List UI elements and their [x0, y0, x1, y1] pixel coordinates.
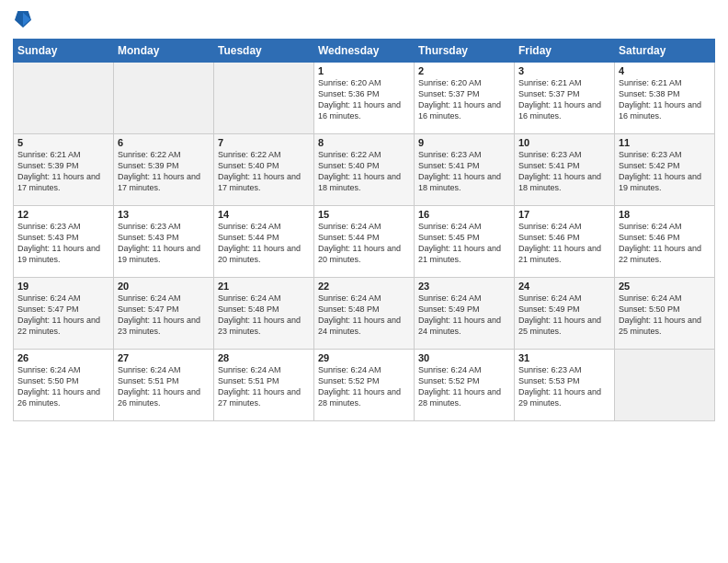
cell-content: Sunrise: 6:23 AM Sunset: 5:43 PM Dayligh… — [17, 221, 109, 266]
calendar-cell: 8Sunrise: 6:22 AM Sunset: 5:40 PM Daylig… — [314, 134, 415, 206]
page: SundayMondayTuesdayWednesdayThursdayFrid… — [0, 0, 728, 563]
calendar-cell — [615, 350, 715, 421]
calendar-cell: 21Sunrise: 6:24 AM Sunset: 5:48 PM Dayli… — [214, 278, 314, 350]
cell-content: Sunrise: 6:24 AM Sunset: 5:52 PM Dayligh… — [418, 364, 510, 409]
calendar-body: 1Sunrise: 6:20 AM Sunset: 5:36 PM Daylig… — [14, 63, 715, 421]
day-number: 7 — [218, 137, 310, 148]
day-number: 11 — [619, 137, 711, 148]
day-number: 4 — [619, 65, 711, 76]
cell-content: Sunrise: 6:23 AM Sunset: 5:53 PM Dayligh… — [518, 364, 610, 409]
calendar-cell — [14, 63, 114, 134]
calendar-cell: 12Sunrise: 6:23 AM Sunset: 5:43 PM Dayli… — [14, 206, 114, 278]
logo — [13, 9, 31, 33]
day-number: 8 — [318, 137, 410, 148]
cell-content: Sunrise: 6:23 AM Sunset: 5:42 PM Dayligh… — [619, 149, 711, 194]
calendar-week-1: 1Sunrise: 6:20 AM Sunset: 5:36 PM Daylig… — [14, 63, 715, 134]
calendar-cell: 29Sunrise: 6:24 AM Sunset: 5:52 PM Dayli… — [314, 350, 415, 421]
calendar-cell: 7Sunrise: 6:22 AM Sunset: 5:40 PM Daylig… — [214, 134, 314, 206]
cell-content: Sunrise: 6:24 AM Sunset: 5:50 PM Dayligh… — [619, 293, 711, 338]
calendar-cell: 20Sunrise: 6:24 AM Sunset: 5:47 PM Dayli… — [114, 278, 214, 350]
calendar-cell: 30Sunrise: 6:24 AM Sunset: 5:52 PM Dayli… — [415, 350, 515, 421]
calendar-cell: 2Sunrise: 6:20 AM Sunset: 5:37 PM Daylig… — [415, 63, 515, 134]
calendar-cell: 17Sunrise: 6:24 AM Sunset: 5:46 PM Dayli… — [515, 206, 615, 278]
day-number: 10 — [518, 137, 610, 148]
day-number: 2 — [418, 65, 510, 76]
day-number: 24 — [518, 281, 610, 292]
calendar-cell: 10Sunrise: 6:23 AM Sunset: 5:41 PM Dayli… — [515, 134, 615, 206]
cell-content: Sunrise: 6:24 AM Sunset: 5:47 PM Dayligh… — [118, 293, 210, 338]
calendar-cell: 16Sunrise: 6:24 AM Sunset: 5:45 PM Dayli… — [415, 206, 515, 278]
weekday-header-tuesday: Tuesday — [214, 40, 314, 63]
day-number: 23 — [418, 281, 510, 292]
calendar-cell: 24Sunrise: 6:24 AM Sunset: 5:49 PM Dayli… — [515, 278, 615, 350]
weekday-header-wednesday: Wednesday — [314, 40, 415, 63]
cell-content: Sunrise: 6:24 AM Sunset: 5:51 PM Dayligh… — [118, 364, 210, 409]
calendar-cell: 6Sunrise: 6:22 AM Sunset: 5:39 PM Daylig… — [114, 134, 214, 206]
calendar-cell: 25Sunrise: 6:24 AM Sunset: 5:50 PM Dayli… — [615, 278, 715, 350]
calendar-cell: 14Sunrise: 6:24 AM Sunset: 5:44 PM Dayli… — [214, 206, 314, 278]
calendar-cell: 11Sunrise: 6:23 AM Sunset: 5:42 PM Dayli… — [615, 134, 715, 206]
calendar-cell: 26Sunrise: 6:24 AM Sunset: 5:50 PM Dayli… — [14, 350, 114, 421]
day-number: 13 — [118, 209, 210, 220]
day-number: 6 — [118, 137, 210, 148]
cell-content: Sunrise: 6:23 AM Sunset: 5:43 PM Dayligh… — [118, 221, 210, 266]
cell-content: Sunrise: 6:21 AM Sunset: 5:37 PM Dayligh… — [518, 77, 610, 122]
day-number: 3 — [518, 65, 610, 76]
calendar-header: SundayMondayTuesdayWednesdayThursdayFrid… — [14, 40, 715, 63]
day-number: 31 — [518, 352, 610, 363]
cell-content: Sunrise: 6:24 AM Sunset: 5:48 PM Dayligh… — [218, 293, 310, 338]
day-number: 18 — [619, 209, 711, 220]
cell-content: Sunrise: 6:22 AM Sunset: 5:39 PM Dayligh… — [118, 149, 210, 194]
weekday-header-monday: Monday — [114, 40, 214, 63]
cell-content: Sunrise: 6:24 AM Sunset: 5:44 PM Dayligh… — [218, 221, 310, 266]
day-number: 20 — [118, 281, 210, 292]
day-number: 21 — [218, 281, 310, 292]
calendar-cell: 9Sunrise: 6:23 AM Sunset: 5:41 PM Daylig… — [415, 134, 515, 206]
day-number: 5 — [17, 137, 109, 148]
cell-content: Sunrise: 6:23 AM Sunset: 5:41 PM Dayligh… — [518, 149, 610, 194]
day-number: 1 — [318, 65, 410, 76]
calendar-cell: 27Sunrise: 6:24 AM Sunset: 5:51 PM Dayli… — [114, 350, 214, 421]
cell-content: Sunrise: 6:21 AM Sunset: 5:38 PM Dayligh… — [619, 77, 711, 122]
calendar-cell: 23Sunrise: 6:24 AM Sunset: 5:49 PM Dayli… — [415, 278, 515, 350]
cell-content: Sunrise: 6:22 AM Sunset: 5:40 PM Dayligh… — [218, 149, 310, 194]
weekday-header-sunday: Sunday — [14, 40, 114, 63]
calendar-cell: 31Sunrise: 6:23 AM Sunset: 5:53 PM Dayli… — [515, 350, 615, 421]
cell-content: Sunrise: 6:22 AM Sunset: 5:40 PM Dayligh… — [318, 149, 410, 194]
day-number: 25 — [619, 281, 711, 292]
calendar-cell: 18Sunrise: 6:24 AM Sunset: 5:46 PM Dayli… — [615, 206, 715, 278]
calendar-cell: 4Sunrise: 6:21 AM Sunset: 5:38 PM Daylig… — [615, 63, 715, 134]
day-number: 27 — [118, 352, 210, 363]
calendar-cell — [114, 63, 214, 134]
weekday-header-saturday: Saturday — [615, 40, 715, 63]
header — [13, 9, 715, 33]
calendar-cell: 3Sunrise: 6:21 AM Sunset: 5:37 PM Daylig… — [515, 63, 615, 134]
weekday-header-thursday: Thursday — [415, 40, 515, 63]
day-number: 29 — [318, 352, 410, 363]
logo-icon — [15, 9, 31, 29]
day-number: 12 — [17, 209, 109, 220]
day-number: 28 — [218, 352, 310, 363]
cell-content: Sunrise: 6:24 AM Sunset: 5:51 PM Dayligh… — [218, 364, 310, 409]
cell-content: Sunrise: 6:24 AM Sunset: 5:52 PM Dayligh… — [318, 364, 410, 409]
calendar-cell: 5Sunrise: 6:21 AM Sunset: 5:39 PM Daylig… — [14, 134, 114, 206]
cell-content: Sunrise: 6:24 AM Sunset: 5:44 PM Dayligh… — [318, 221, 410, 266]
day-number: 9 — [418, 137, 510, 148]
calendar-week-2: 5Sunrise: 6:21 AM Sunset: 5:39 PM Daylig… — [14, 134, 715, 206]
calendar-week-5: 26Sunrise: 6:24 AM Sunset: 5:50 PM Dayli… — [14, 350, 715, 421]
calendar-cell — [214, 63, 314, 134]
cell-content: Sunrise: 6:20 AM Sunset: 5:36 PM Dayligh… — [318, 77, 410, 122]
cell-content: Sunrise: 6:21 AM Sunset: 5:39 PM Dayligh… — [17, 149, 109, 194]
calendar-cell: 22Sunrise: 6:24 AM Sunset: 5:48 PM Dayli… — [314, 278, 415, 350]
cell-content: Sunrise: 6:24 AM Sunset: 5:46 PM Dayligh… — [619, 221, 711, 266]
day-number: 16 — [418, 209, 510, 220]
day-number: 19 — [17, 281, 109, 292]
weekday-header-friday: Friday — [515, 40, 615, 63]
cell-content: Sunrise: 6:24 AM Sunset: 5:49 PM Dayligh… — [518, 293, 610, 338]
day-number: 22 — [318, 281, 410, 292]
cell-content: Sunrise: 6:24 AM Sunset: 5:49 PM Dayligh… — [418, 293, 510, 338]
day-number: 30 — [418, 352, 510, 363]
cell-content: Sunrise: 6:24 AM Sunset: 5:45 PM Dayligh… — [418, 221, 510, 266]
calendar-cell: 15Sunrise: 6:24 AM Sunset: 5:44 PM Dayli… — [314, 206, 415, 278]
calendar-table: SundayMondayTuesdayWednesdayThursdayFrid… — [13, 39, 715, 421]
